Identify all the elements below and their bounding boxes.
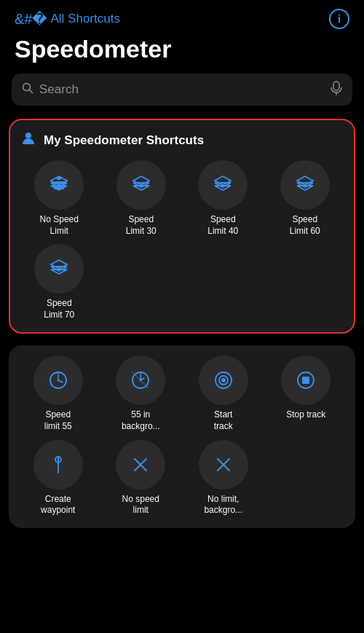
shortcut-label: No speedlimit <box>122 494 159 516</box>
shortcut-icon-stop-track <box>281 355 331 405</box>
list-item[interactable]: Speedlimit 55 <box>19 355 98 432</box>
shortcut-icon-speed-limit-55 <box>33 355 83 405</box>
card-title: My Speedometer Shortcuts <box>44 133 204 148</box>
shortcut-icon-speed-limit-30 <box>116 160 166 210</box>
list-item[interactable]: Createwaypoint <box>19 440 98 516</box>
shortcut-label: Speedlimit 55 <box>44 409 72 432</box>
svg-point-34 <box>57 458 59 460</box>
list-item[interactable]: No SpeedLimit <box>20 160 98 237</box>
shortcut-icon-no-speed-limit <box>34 160 84 210</box>
card-header: My Speedometer Shortcuts <box>20 130 344 150</box>
shortcut-icon-55-background <box>116 355 165 405</box>
list-item[interactable]: Stop track <box>267 355 346 432</box>
shortcut-label: Stop track <box>286 409 325 421</box>
shortcut-label: SpeedLimit 30 <box>126 214 157 237</box>
list-item[interactable]: Starttrack <box>184 355 263 432</box>
shortcut-icon-speed-limit-40 <box>198 160 248 210</box>
shortcut-label: SpeedLimit 70 <box>44 298 74 321</box>
info-icon: i <box>338 13 341 25</box>
shortcut-icon-start-track <box>199 355 248 405</box>
list-item[interactable]: 55 inbackgro... <box>102 355 181 432</box>
info-button[interactable]: i <box>329 9 349 29</box>
shortcut-icon-create-waypoint <box>33 440 83 490</box>
back-label: All Shortcuts <box>50 12 119 26</box>
search-icon <box>22 82 33 97</box>
svg-point-24 <box>57 380 59 382</box>
shortcut-icon-speed-limit-70 <box>34 244 84 294</box>
shortcut-label: Createwaypoint <box>41 494 75 516</box>
svg-point-4 <box>25 133 31 138</box>
shortcut-icon-no-limit-background <box>199 440 248 490</box>
chevron-left-icon: &#� <box>15 12 47 26</box>
list-item[interactable]: SpeedLimit 40 <box>184 160 262 237</box>
header: &#� All Shortcuts i <box>0 0 364 32</box>
other-shortcuts-card: Speedlimit 55 55 inbackgro... <box>9 345 355 527</box>
svg-line-1 <box>30 90 33 93</box>
list-item[interactable]: SpeedLimit 30 <box>103 160 181 237</box>
other-shortcuts-grid: Speedlimit 55 55 inbackgro... <box>19 355 345 516</box>
back-button[interactable]: &#� All Shortcuts <box>15 12 120 26</box>
microphone-icon[interactable] <box>331 81 342 98</box>
shortcut-label: 55 inbackgro... <box>122 409 160 432</box>
svg-rect-31 <box>302 377 309 384</box>
svg-rect-2 <box>333 82 339 90</box>
shortcut-label: No SpeedLimit <box>40 214 79 237</box>
my-shortcuts-card: My Speedometer Shortcuts No SpeedLimit <box>9 119 355 334</box>
shortcut-icon-speed-limit-60 <box>280 160 330 210</box>
list-item[interactable]: No speedlimit <box>102 440 181 516</box>
shortcut-label: SpeedLimit 40 <box>207 214 238 237</box>
shortcut-label: Starttrack <box>214 409 233 432</box>
my-shortcuts-grid: No SpeedLimit SpeedLimit 30 SpeedLim <box>20 160 344 321</box>
search-bar[interactable]: Search <box>12 74 352 106</box>
person-icon <box>20 130 36 150</box>
list-item[interactable]: SpeedLimit 70 <box>20 244 98 321</box>
shortcut-icon-no-speed-limit <box>116 440 165 490</box>
shortcut-label: SpeedLimit 60 <box>290 214 320 237</box>
page-title: Speedometer <box>0 32 364 74</box>
list-item[interactable]: No limit,backgro... <box>184 440 263 516</box>
svg-point-29 <box>221 378 226 382</box>
search-placeholder: Search <box>39 82 325 97</box>
shortcut-label: No limit,backgro... <box>204 494 242 516</box>
list-item[interactable]: SpeedLimit 60 <box>266 160 344 237</box>
